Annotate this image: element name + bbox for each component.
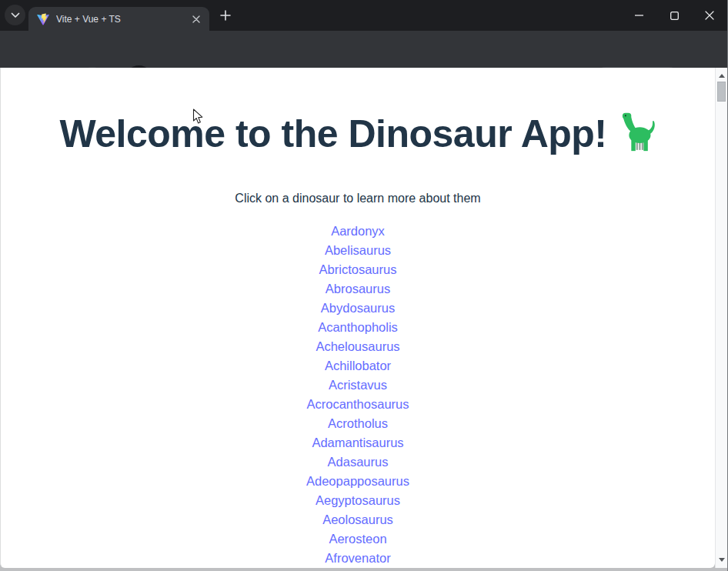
dinosaur-link[interactable]: Adasaurus [328,455,389,469]
maximize-button[interactable] [656,0,692,31]
chevron-down-icon [11,12,20,18]
dinosaur-link[interactable]: Acanthopholis [318,320,398,334]
dinosaur-link[interactable]: Aeolosaurus [322,513,393,526]
list-item: Aegyptosaurus [1,491,715,510]
tab-strip: Vite + Vue + TS [0,0,728,31]
dinosaur-link[interactable]: Adamantisaurus [312,436,403,449]
tab-close-button[interactable] [189,12,203,26]
list-item: Aardonyx [1,222,715,241]
dinosaur-list: Aardonyx Abelisaurus Abrictosaurus Abros… [1,222,715,568]
list-item: Achelousaurus [1,337,715,356]
list-item: Abrosaurus [1,279,715,299]
list-item: Acrotholus [1,414,715,433]
triangle-down-icon [719,558,725,562]
list-item: Afrovenator [1,549,715,568]
list-item: Aerosteon [1,529,715,549]
minimize-button[interactable] [621,0,656,31]
sauropod-dinosaur-icon [618,112,656,152]
subtitle: Click on a dinosaur to learn more about … [1,192,715,205]
list-item: Adasaurus [1,452,715,472]
dinosaur-link[interactable]: Achelousaurus [316,339,399,353]
close-icon [705,11,714,20]
plus-icon [220,10,231,21]
scroll-up-button[interactable] [716,69,727,82]
tab-search-button[interactable] [5,5,25,25]
scrollbar[interactable] [715,68,727,568]
dinosaur-link[interactable]: Abydosaurus [321,301,395,315]
close-icon [192,15,200,23]
maximize-icon [670,12,679,20]
dinosaur-link[interactable]: Acrocanthosaurus [307,397,409,411]
list-item: Acrocanthosaurus [1,395,715,414]
list-item: Acristavus [1,376,715,395]
page-title: Welcome to the Dinosaur App! [1,112,715,155]
dinosaur-link[interactable]: Abrictosaurus [319,262,397,276]
list-item: Abrictosaurus [1,260,715,279]
tab-title: Vite + Vue + TS [56,14,189,25]
dinosaur-link[interactable]: Aardonyx [331,224,385,238]
dinosaur-link[interactable]: Achillobator [325,359,391,372]
list-item: Acanthopholis [1,318,715,337]
close-window-button[interactable] [692,0,727,31]
list-item: Achillobator [1,356,715,376]
window-controls [621,0,727,31]
minimize-icon [635,15,643,16]
dinosaur-link[interactable]: Acristavus [329,378,387,392]
dinosaur-link[interactable]: Abrosaurus [326,282,390,296]
list-item: Aeolosaurus [1,510,715,529]
dinosaur-link[interactable]: Aegyptosaurus [316,493,400,507]
dinosaur-link[interactable]: Aerosteon [329,532,386,546]
dinosaur-link[interactable]: Abelisaurus [325,243,391,257]
page-title-text: Welcome to the Dinosaur App! [59,112,606,155]
dinosaur-link[interactable]: Afrovenator [325,551,390,565]
list-item: Abelisaurus [1,241,715,260]
list-item: Abydosaurus [1,299,715,318]
page-content: Welcome to the Dinosaur App! Click on a … [0,68,715,568]
dinosaur-link[interactable]: Acrotholus [328,416,388,430]
vite-logo-icon [37,13,49,25]
list-item: Adeopapposaurus [1,472,715,491]
list-item: Adamantisaurus [1,433,715,452]
browser-window: Vite + Vue + TS [0,0,728,571]
scroll-down-button[interactable] [716,553,727,566]
browser-toolbar: localhost:5173 Incognito [0,31,728,68]
new-tab-button[interactable] [215,5,235,25]
triangle-up-icon [719,74,725,78]
scrollbar-thumb[interactable] [717,82,726,102]
browser-tab[interactable]: Vite + Vue + TS [28,7,209,31]
dinosaur-link[interactable]: Adeopapposaurus [306,474,409,488]
